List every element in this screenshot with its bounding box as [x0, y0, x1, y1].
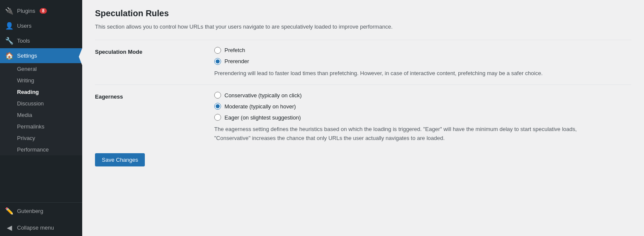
- prefetch-option[interactable]: Prefetch: [214, 47, 631, 54]
- collapse-icon: ◀: [5, 224, 14, 232]
- speculation-mode-control: Prefetch Prerender Prerendering will lea…: [214, 47, 631, 78]
- sidebar-item-performance[interactable]: Performance: [0, 144, 82, 155]
- speculation-mode-row: Speculation Mode Prefetch Prerender Prer…: [95, 40, 631, 85]
- sidebar-item-gutenberg[interactable]: ✏️ Gutenberg: [0, 203, 82, 219]
- prerender-option[interactable]: Prerender: [214, 58, 631, 65]
- sidebar-gutenberg-label: Gutenberg: [17, 208, 43, 214]
- sidebar-item-tools[interactable]: 🔧 Tools: [0, 33, 82, 48]
- settings-icon: 🏠: [5, 52, 14, 60]
- conservative-option[interactable]: Conservative (typically on click): [214, 92, 631, 99]
- gutenberg-icon: ✏️: [5, 207, 14, 215]
- prefetch-radio[interactable]: [214, 47, 221, 54]
- sidebar-item-reading[interactable]: Reading: [0, 86, 82, 98]
- eager-label: Eager (on slightest suggestion): [224, 114, 301, 121]
- sidebar-item-general[interactable]: General: [0, 63, 82, 75]
- sidebar-item-permalinks[interactable]: Permalinks: [0, 121, 82, 132]
- sidebar-users-label: Users: [17, 23, 32, 29]
- sidebar-item-discussion[interactable]: Discussion: [0, 98, 82, 109]
- eagerness-control: Conservative (typically on click) Modera…: [214, 92, 631, 143]
- plugins-badge: 8: [40, 8, 47, 14]
- main-content: Speculation Rules This section allows yo…: [82, 0, 644, 236]
- tools-icon: 🔧: [5, 37, 14, 45]
- sidebar-item-users[interactable]: 👤 Users: [0, 18, 82, 33]
- prerender-label: Prerender: [224, 58, 249, 64]
- eagerness-row: Eagerness Conservative (typically on cli…: [95, 84, 631, 150]
- sidebar-top-menu: 🔌 Plugins 8 👤 Users 🔧 Tools 🏠 Settings G…: [0, 0, 82, 155]
- sidebar: 🔌 Plugins 8 👤 Users 🔧 Tools 🏠 Settings G…: [0, 0, 82, 236]
- settings-submenu: General Writing Reading Discussion Media…: [0, 63, 82, 155]
- speculation-mode-label: Speculation Mode: [95, 47, 214, 55]
- section-title: Speculation Rules: [95, 9, 631, 18]
- sidebar-bottom: ✏️ Gutenberg ◀ Collapse menu: [0, 202, 82, 236]
- eagerness-hint: The eagerness setting defines the heuris…: [214, 125, 598, 143]
- save-changes-button[interactable]: Save Changes: [95, 153, 145, 166]
- sidebar-item-plugins[interactable]: 🔌 Plugins 8: [0, 3, 82, 18]
- sidebar-item-settings[interactable]: 🏠 Settings: [0, 48, 82, 63]
- moderate-option[interactable]: Moderate (typically on hover): [214, 103, 631, 110]
- sidebar-settings-label: Settings: [17, 52, 37, 59]
- active-indicator: [79, 48, 82, 65]
- moderate-radio[interactable]: [214, 103, 221, 110]
- sidebar-item-privacy[interactable]: Privacy: [0, 132, 82, 144]
- sidebar-item-writing[interactable]: Writing: [0, 75, 82, 86]
- eager-option[interactable]: Eager (on slightest suggestion): [214, 114, 631, 121]
- speculation-mode-hint: Prerendering will lead to faster load ti…: [214, 69, 598, 78]
- sidebar-collapse-label: Collapse menu: [17, 224, 54, 231]
- section-description: This section allows you to control how U…: [95, 23, 631, 31]
- conservative-radio[interactable]: [214, 92, 221, 99]
- prerender-radio[interactable]: [214, 58, 221, 65]
- sidebar-plugins-label: Plugins: [17, 8, 35, 14]
- sidebar-tools-label: Tools: [17, 38, 30, 44]
- sidebar-item-media[interactable]: Media: [0, 109, 82, 121]
- plugins-icon: 🔌: [5, 7, 14, 15]
- conservative-label: Conservative (typically on click): [224, 92, 302, 99]
- moderate-label: Moderate (typically on hover): [224, 103, 296, 110]
- prefetch-label: Prefetch: [224, 47, 245, 53]
- users-icon: 👤: [5, 22, 14, 30]
- sidebar-item-collapse[interactable]: ◀ Collapse menu: [0, 219, 82, 236]
- eagerness-label: Eagerness: [95, 92, 214, 100]
- eager-radio[interactable]: [214, 114, 221, 121]
